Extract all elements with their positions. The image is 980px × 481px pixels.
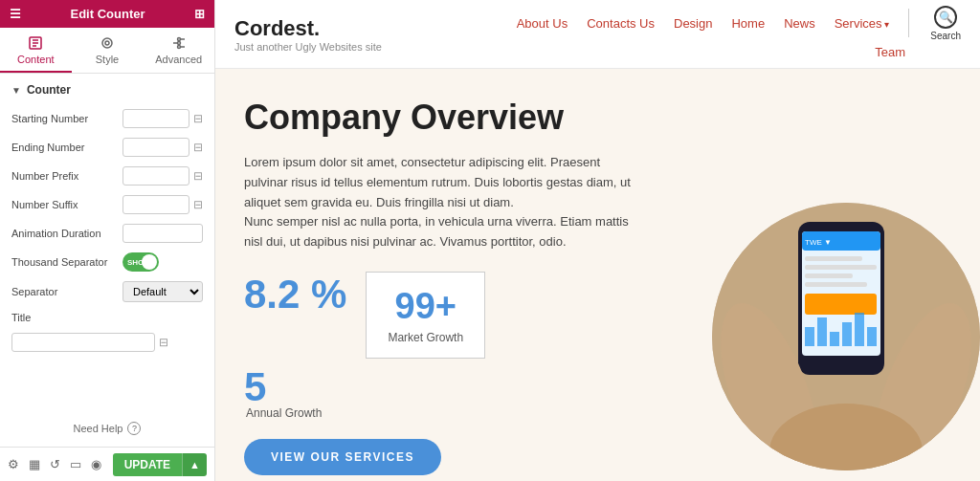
svg-point-6 [177,38,180,41]
tab-style[interactable]: Style [72,28,144,73]
starting-number-label: Starting Number [11,113,117,124]
grid-icon[interactable]: ⊞ [194,7,205,21]
hamburger-icon[interactable]: ☰ [10,7,21,21]
help-icon: ? [127,422,141,435]
ending-number-row: Ending Number 99 ⊟ [0,133,214,162]
separator-label: Separator [11,286,117,297]
hands-image: TWE ▼ [712,203,980,470]
number-suffix-row: Number Suffix + ⊟ [0,190,214,219]
number-suffix-label: Number Suffix [11,199,117,210]
number-suffix-icon[interactable]: ⊟ [193,198,203,211]
number-suffix-input-wrap: + ⊟ [122,195,203,214]
title-row: Title [0,307,214,328]
panel-tabs: Content Style Advanced [0,28,214,74]
nav-link-design[interactable]: Design [666,12,720,34]
title-field-label: Title [11,312,117,323]
number-prefix-icon[interactable]: ⊟ [193,169,203,183]
svg-point-4 [102,38,112,48]
title-input-row: Market Growth ⊟ [0,328,214,357]
device-icon[interactable]: ▭ [70,457,81,471]
brand: Cordest. Just another Ugly Websites site [234,16,382,53]
search-icon: 🔍 [934,6,957,29]
number-prefix-label: Number Prefix [11,170,117,182]
layout-icon[interactable]: ▦ [29,457,40,471]
panel-footer: ⚙ ▦ ↺ ▭ ◉ UPDATE ▲ [0,447,214,481]
section-header-counter[interactable]: ▼ Counter [0,74,214,104]
svg-rect-18 [805,265,877,270]
starting-number-icon[interactable]: ⊟ [193,112,203,125]
nav-link-services[interactable]: Services [827,12,898,34]
svg-point-7 [177,42,180,45]
tab-advanced[interactable]: Advanced [143,28,214,73]
company-title: Company Overview [244,98,631,138]
settings-icon[interactable]: ⚙ [8,457,19,471]
number-suffix-input[interactable]: + [122,195,189,214]
update-arrow-button[interactable]: ▲ [182,453,207,476]
company-desc: Lorem ipsum dolor sit amet, consectetur … [244,153,631,252]
number-prefix-input-wrap: 1 ⊟ [122,166,203,186]
search-button[interactable]: 🔍 Search [930,6,961,41]
update-button[interactable]: UPDATE [113,453,182,476]
annual-label: Annual Growth [246,406,631,420]
svg-rect-19 [805,273,853,278]
svg-text:TWE ▼: TWE ▼ [805,238,832,247]
tab-style-label: Style [96,54,119,65]
need-help[interactable]: Need Help ? [0,410,214,447]
nav-link-about[interactable]: About Us [509,12,575,34]
thousand-separator-label: Thousand Separator [11,256,117,268]
ending-number-icon[interactable]: ⊟ [193,141,203,154]
counter-1: 8.2 % [244,272,346,317]
svg-rect-26 [855,313,864,346]
svg-rect-27 [867,327,877,346]
eye-icon[interactable]: ◉ [91,457,101,471]
nav-top-row: About Us Contacts Us Design Home News Se… [509,6,961,41]
starting-number-row: Starting Number 0 ⊟ [0,104,214,133]
starting-number-input[interactable]: 0 [122,109,189,128]
undo-icon[interactable]: ↺ [50,457,60,471]
animation-duration-label: Animation Duration [11,228,117,239]
ending-number-input-wrap: 99 ⊟ [122,138,203,157]
number-prefix-input[interactable]: 1 [122,166,189,186]
nav-link-home[interactable]: Home [724,12,772,34]
search-label: Search [930,31,961,41]
right-content: Cordest. Just another Ugly Websites site… [215,0,980,481]
tab-advanced-label: Advanced [155,54,202,65]
counter-row: 8.2 % 99+ Market Growth [244,272,631,359]
animation-duration-input-wrap: 2000 [122,224,203,243]
title-icon[interactable]: ⊟ [159,336,168,349]
tab-content[interactable]: Content [0,28,72,73]
nav-link-contacts[interactable]: Contacts Us [579,12,662,34]
right-wrapper: Cordest. Just another Ugly Websites site… [215,0,980,481]
svg-rect-23 [817,317,827,346]
section-label: Counter [27,83,71,97]
footer-icons: ⚙ ▦ ↺ ▭ ◉ [8,457,101,471]
thousand-separator-toggle[interactable]: SHOW [122,252,159,272]
starting-number-input-wrap: 0 ⊟ [122,109,203,128]
brand-tagline: Just another Ugly Websites site [234,41,382,53]
animation-duration-input[interactable]: 2000 [122,224,203,243]
main-content: Company Overview Lorem ipsum dolor sit a… [215,69,659,481]
panel-title: Edit Counter [71,7,145,21]
top-nav: Cordest. Just another Ugly Websites site… [215,0,980,69]
nav-bottom-row: Team [509,41,961,63]
separator-select[interactable]: Default Comma Period Space [122,281,203,302]
title-input-wrap: Market Growth ⊟ [11,333,203,352]
separator-row: Separator Default Comma Period Space [0,276,214,307]
view-services-button[interactable]: VIEW OUR SERVICES [244,439,441,475]
animation-duration-row: Animation Duration 2000 [0,219,214,248]
counter-1-value: 8.2 % [244,272,346,317]
nav-link-team[interactable]: Team [867,41,913,63]
left-panel: ☰ Edit Counter ⊞ Content Style [0,0,215,481]
title-input[interactable]: Market Growth [11,333,155,352]
ending-number-input[interactable]: 99 [122,138,189,157]
svg-rect-25 [842,322,852,346]
nav-link-news[interactable]: News [776,12,823,34]
panel-header: ☰ Edit Counter ⊞ [0,0,214,28]
tab-content-label: Content [17,54,55,65]
update-btn-group: UPDATE ▲ [113,453,207,476]
number-prefix-row: Number Prefix 1 ⊟ [0,162,214,190]
svg-rect-17 [805,256,862,261]
brand-name: Cordest. [234,16,382,41]
counter-2-label: Market Growth [388,331,463,344]
panel-body: ▼ Counter Starting Number 0 ⊟ Ending Num… [0,74,214,410]
